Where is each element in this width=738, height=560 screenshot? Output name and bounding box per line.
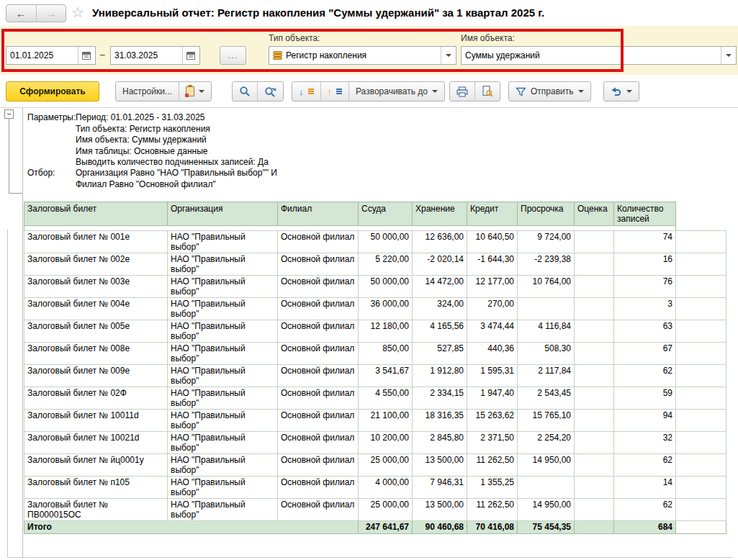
cell-overdue[interactable]: 14 950,00 <box>518 454 575 477</box>
cell-loan[interactable]: 5 220,00 <box>359 253 413 276</box>
cell-count[interactable]: 3 <box>614 298 676 320</box>
cell-loan[interactable]: 4 550,00 <box>359 387 413 410</box>
cell-overdue[interactable]: 15 765,10 <box>518 410 575 432</box>
cell-loan[interactable]: 12 180,00 <box>359 320 413 343</box>
cell-valuation[interactable] <box>575 298 614 320</box>
cell-branch[interactable]: Основной филиал <box>278 477 359 499</box>
cell-count[interactable]: 67 <box>614 343 676 365</box>
cell-branch[interactable]: Основной филиал <box>278 454 359 477</box>
cell-storage[interactable]: 13 500,00 <box>413 454 467 477</box>
cell-loan[interactable]: 36 000,00 <box>359 298 413 320</box>
cell-valuation[interactable] <box>575 410 614 432</box>
cell-credit[interactable]: 12 177,00 <box>467 276 518 298</box>
cell-credit[interactable]: 11 262,50 <box>467 454 518 477</box>
cell-org[interactable]: НАО "Правильный выбор" <box>168 298 278 320</box>
cell-loan[interactable]: 25 000,00 <box>359 454 413 477</box>
favorite-star-icon[interactable]: ☆ <box>71 4 84 20</box>
cell-storage[interactable]: 13 500,00 <box>413 499 467 521</box>
cell-storage[interactable]: 2 845,80 <box>413 432 467 454</box>
cell-ticket[interactable]: Залоговый билет № п105 <box>24 477 168 499</box>
nav-back-button[interactable]: ← <box>6 5 37 22</box>
cell-storage[interactable]: 4 165,56 <box>413 320 467 343</box>
cell-org[interactable]: НАО "Правильный выбор" <box>168 276 278 298</box>
date-from-field[interactable] <box>6 46 96 65</box>
cell-storage[interactable]: 527,85 <box>413 343 467 365</box>
cell-ticket[interactable]: Залоговый билет № 003e <box>24 276 168 298</box>
cell-trailing-space[interactable] <box>676 454 726 477</box>
cell-ticket[interactable]: Залоговый билет № 008e <box>24 343 168 365</box>
total-count[interactable]: 684 <box>614 521 676 534</box>
cell-storage[interactable]: 2 334,15 <box>413 387 467 410</box>
expand-rows-button[interactable]: ↓ <box>292 82 320 101</box>
column-header-overdue[interactable]: Просрочка <box>518 202 575 226</box>
cell-trailing-space[interactable] <box>676 231 726 253</box>
cell-loan[interactable]: 25 000,00 <box>359 499 413 521</box>
cell-credit[interactable]: 3 474,44 <box>467 320 518 343</box>
cell-loan[interactable]: 3 541,67 <box>359 365 413 387</box>
cell-credit[interactable]: 1 355,25 <box>467 477 518 499</box>
expand-to-button[interactable]: Разворачивать до <box>348 82 444 101</box>
send-button[interactable]: Отправить <box>509 82 590 101</box>
cell-count[interactable]: 76 <box>614 276 676 298</box>
cell-overdue[interactable]: 2 254,20 <box>518 432 575 454</box>
column-header-loan[interactable]: Ссуда <box>359 202 413 226</box>
cell-ticket[interactable]: Залоговый билет № 02Ф <box>24 387 168 410</box>
cell-credit[interactable]: 1 595,31 <box>467 365 518 387</box>
cell-count[interactable]: 59 <box>614 387 676 410</box>
cell-branch[interactable]: Основной филиал <box>278 231 359 253</box>
cell-overdue[interactable]: 2 543,45 <box>518 387 575 410</box>
total-overdue[interactable]: 75 454,35 <box>518 521 575 534</box>
cell-org[interactable]: НАО "Правильный выбор" <box>168 432 278 454</box>
total-loan[interactable]: 247 641,67 <box>359 521 413 534</box>
cell-count[interactable]: 32 <box>614 432 676 454</box>
cell-count[interactable]: 94 <box>614 410 676 432</box>
cell-count[interactable]: 63 <box>614 320 676 343</box>
total-storage[interactable]: 90 460,68 <box>413 521 467 534</box>
cell-org[interactable]: НАО "Правильный выбор" <box>168 365 278 387</box>
cell-loan[interactable]: 50 000,00 <box>359 276 413 298</box>
total-credit[interactable]: 70 416,08 <box>467 521 518 534</box>
cell-ticket[interactable]: Залоговый билет № 10011d <box>24 410 168 432</box>
cell-valuation[interactable] <box>575 231 614 253</box>
cell-overdue[interactable]: 10 764,00 <box>518 276 575 298</box>
cell-trailing-space[interactable] <box>676 410 726 432</box>
cell-storage[interactable]: 1 912,80 <box>413 365 467 387</box>
column-header-count[interactable]: Количество записей <box>614 202 676 226</box>
cell-trailing-space[interactable] <box>676 365 726 387</box>
cell-org[interactable]: НАО "Правильный выбор" <box>168 499 278 521</box>
cell-overdue[interactable]: 4 116,84 <box>518 320 575 343</box>
cell-valuation[interactable] <box>575 343 614 365</box>
cell-count[interactable]: 74 <box>614 231 676 253</box>
cell-branch[interactable]: Основной филиал <box>278 499 359 521</box>
object-name-combo[interactable]: Суммы удержаний <box>461 46 737 65</box>
cell-count[interactable]: 62 <box>614 454 676 477</box>
search-next-button[interactable] <box>257 82 283 101</box>
cell-overdue[interactable]: 2 117,84 <box>518 365 575 387</box>
cell-overdue[interactable]: 508,30 <box>518 343 575 365</box>
cell-count[interactable]: 62 <box>614 499 676 521</box>
cell-overdue[interactable]: 9 724,00 <box>518 231 575 253</box>
date-from-input[interactable] <box>6 47 78 64</box>
cell-storage[interactable]: 12 636,00 <box>413 231 467 253</box>
cell-trailing-space[interactable] <box>676 276 726 298</box>
more-options-button[interactable]: ... <box>220 46 246 65</box>
date-to-input[interactable] <box>111 47 182 64</box>
nav-forward-button[interactable]: → <box>37 5 66 22</box>
cell-org[interactable]: НАО "Правильный выбор" <box>168 477 278 499</box>
cell-branch[interactable]: Основной филиал <box>278 298 359 320</box>
cell-branch[interactable]: Основной филиал <box>278 276 359 298</box>
print-button[interactable] <box>450 82 474 101</box>
cell-ticket[interactable]: Залоговый билет № 001e <box>24 231 168 253</box>
object-type-dropdown-button[interactable] <box>441 47 456 64</box>
cell-ticket[interactable]: Залоговый билет № 005e <box>24 320 168 343</box>
cell-ticket[interactable]: Залоговый билет № йц0001у <box>24 454 168 477</box>
cell-ticket[interactable]: Залоговый билет № 10021d <box>24 432 168 454</box>
cell-overdue[interactable] <box>518 298 575 320</box>
cell-loan[interactable]: 21 100,00 <box>359 410 413 432</box>
cell-org[interactable]: НАО "Правильный выбор" <box>168 253 278 276</box>
object-name-dropdown-button[interactable] <box>721 47 736 64</box>
cell-ticket[interactable]: Залоговый билет № 009e <box>24 365 168 387</box>
column-header-credit[interactable]: Кредит <box>467 202 518 226</box>
cell-trailing-space[interactable] <box>676 298 726 320</box>
cell-branch[interactable]: Основной филиал <box>278 343 359 365</box>
